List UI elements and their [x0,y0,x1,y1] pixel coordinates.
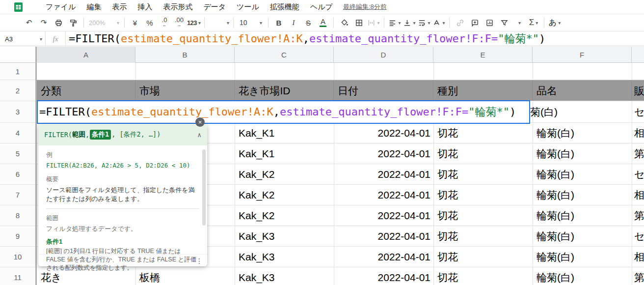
fill-color-button[interactable] [337,16,351,29]
menu-edit[interactable]: 編集 [81,2,107,12]
cell-f2[interactable]: 品名 [533,80,632,101]
text-rotation-button[interactable]: ▾ [431,16,446,29]
cell-g8[interactable]: 第 [632,205,644,226]
row-header-9[interactable]: 9 [0,226,35,247]
text-wrap-button[interactable]: ▾ [417,16,431,29]
input-tools-button[interactable]: あ ▾ [547,16,562,29]
more-options-icon[interactable]: ⋮ [196,257,203,265]
cell-g2[interactable]: 販 [632,80,644,101]
cell-g4[interactable]: 相 [632,123,644,143]
formula-input[interactable]: =FILTER(estimate_quantity_flower!A:K,est… [69,31,545,46]
cell-e8[interactable]: 切花 [433,205,533,226]
cell-g5[interactable]: 第 [632,143,644,164]
column-header-d[interactable]: D [334,47,433,63]
paint-format-button[interactable] [66,16,80,29]
row-header-8[interactable]: 8 [0,205,35,226]
cell-c6[interactable]: Kak_K2 [235,164,334,184]
row-header-4[interactable]: 4 [0,123,35,143]
cell-d8[interactable]: 2022-04-01 [334,205,433,226]
cell-e10[interactable]: 切花 [433,247,533,267]
cell-e5[interactable]: 切花 [433,143,533,164]
cell-c8[interactable]: Kak_K2 [235,205,334,226]
cell-edit-box[interactable]: =FILTER(estimate_quantity_flower!A:K,est… [37,100,530,124]
cell-b2[interactable]: 市場 [135,80,235,101]
merge-cells-button[interactable]: ▾ [366,16,381,29]
tooltip-scrollbar[interactable] [202,149,206,226]
column-header-b[interactable]: B [135,47,235,63]
cell-f7[interactable]: 輪菊(白) [533,185,632,205]
row-header-3[interactable]: 3 [0,101,35,123]
row-header-7[interactable]: 7 [0,185,35,205]
cell-g10[interactable]: 相 [632,247,644,267]
cell-e11[interactable]: 切花 [433,267,533,285]
cell-c4[interactable]: Kak_K1 [235,123,334,143]
cell-f5[interactable]: 輪菊(白) [533,143,632,164]
zoom-select[interactable]: 200%▾ [87,16,121,29]
last-edit-link[interactable]: 最終編集:8分前 [343,2,387,11]
cell-f6[interactable]: 輪菊(白) [533,164,632,184]
format-currency-button[interactable]: ¥ [128,16,142,29]
cell-g6[interactable]: セ [632,164,644,184]
row-header-10[interactable]: 10 [0,247,35,267]
cell-a2[interactable]: 分類 [37,80,135,101]
cell-f9[interactable]: 輪菊(白) [533,226,632,246]
increase-decimal-button[interactable]: .00→ [172,16,187,29]
cell-f4[interactable]: 輪菊(白) [533,123,632,143]
cell-e6[interactable]: 切花 [433,164,533,184]
menu-help[interactable]: ヘルプ [305,2,338,12]
cell-d10[interactable]: 2022-04-01 [334,247,433,267]
undo-button[interactable]: ↶ [22,16,36,29]
cell-d7[interactable]: 2022-04-01 [334,185,433,205]
row-header-1[interactable]: 1 [0,63,35,80]
menu-data[interactable]: データ [198,2,231,12]
cell-e9[interactable]: 切花 [433,226,533,246]
insert-link-button[interactable] [453,16,467,29]
cell-d11[interactable]: 2022-04-01 [334,267,433,285]
column-header-a[interactable]: A [37,47,135,63]
borders-button[interactable] [351,16,366,29]
menu-view[interactable]: 表示 [107,2,132,12]
select-all-corner[interactable] [0,47,37,63]
text-color-button[interactable]: A [316,16,330,29]
row-header-6[interactable]: 6 [0,164,35,185]
cell-f8[interactable]: 輪菊(白) [533,205,632,226]
row-header-2[interactable]: 2 [0,80,35,101]
number-format-button[interactable]: 123▾ [187,16,201,29]
functions-button[interactable]: Σ ▾ [526,16,541,29]
row-header-11[interactable]: 11 [0,267,35,285]
row-header-5[interactable]: 5 [0,143,35,164]
print-button[interactable] [51,16,66,29]
filter-views-button[interactable]: ▾ [511,16,526,29]
cell-d6[interactable]: 2022-04-01 [334,164,433,184]
cell-c7[interactable]: Kak_K2 [235,185,334,205]
cell-g7[interactable]: 相 [632,185,644,205]
cell-g3[interactable]: セ [632,101,644,122]
insert-chart-button[interactable] [482,16,497,29]
horizontal-align-button[interactable]: ▾ [387,16,402,29]
italic-button[interactable]: I [286,16,301,29]
cell-formula-input[interactable]: =FILTER(estimate_quantity_flower!A:K,est… [39,105,516,119]
cell-f3-partial[interactable]: 菊(白) [530,101,558,122]
menu-file[interactable]: ファイル [40,2,81,12]
format-percent-button[interactable]: % [142,16,157,29]
column-header-c[interactable]: C [235,47,334,63]
cell-c2[interactable]: 花き市場ID [235,80,334,101]
redo-button[interactable]: ↷ [36,16,51,29]
font-size-select[interactable]: 10▾ [237,16,265,29]
font-family-select[interactable]: ▾ [208,16,230,29]
column-header-f[interactable]: F [533,47,632,63]
menu-insert[interactable]: 挿入 [132,2,158,12]
cell-e4[interactable]: 切花 [433,123,533,143]
decrease-decimal-button[interactable]: .0← [157,16,172,29]
bold-button[interactable]: B [271,16,286,29]
cell-d5[interactable]: 2022-04-01 [334,143,433,164]
cell-e7[interactable]: 切花 [433,185,533,205]
cell-g9[interactable]: セ [632,226,644,246]
cell-d2[interactable]: 日付 [334,80,433,101]
column-header-e[interactable]: E [433,47,533,63]
cell-c9[interactable]: Kak_K3 [235,226,334,246]
close-help-button[interactable]: × [195,117,205,127]
strikethrough-button[interactable]: S [301,16,316,29]
collapse-chevron-icon[interactable]: ∧ [197,131,201,139]
grid-row-1[interactable] [37,63,644,80]
